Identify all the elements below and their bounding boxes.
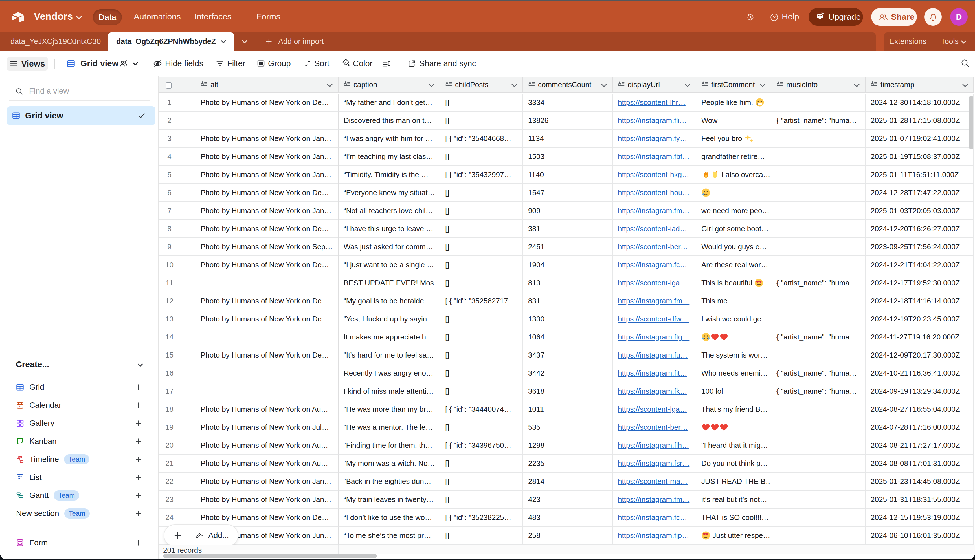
- svg-text:31: 31: [18, 405, 22, 408]
